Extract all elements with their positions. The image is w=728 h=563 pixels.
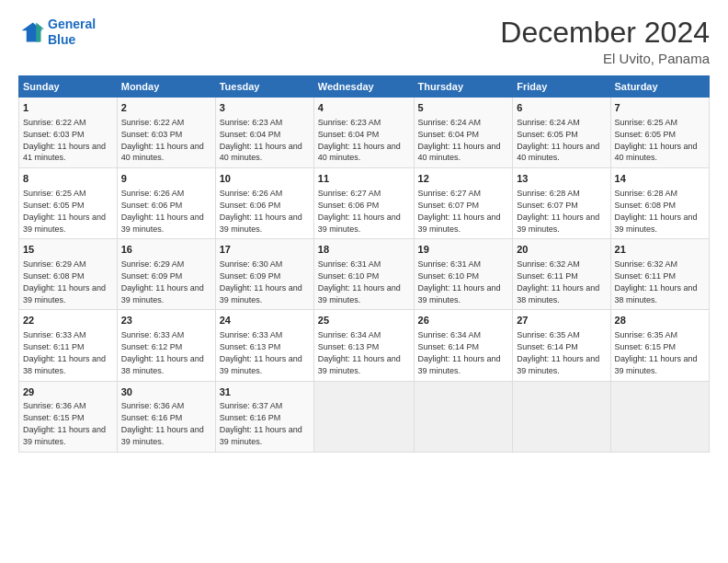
calendar-cell: 1Sunrise: 6:22 AMSunset: 6:03 PMDaylight… xyxy=(19,98,118,168)
day-number: 28 xyxy=(615,314,705,327)
day-info: Sunrise: 6:24 AMSunset: 6:05 PMDaylight:… xyxy=(517,118,599,162)
day-info: Sunrise: 6:31 AMSunset: 6:10 PMDaylight:… xyxy=(318,259,401,304)
day-number: 12 xyxy=(418,172,509,186)
day-number: 8 xyxy=(23,172,113,186)
calendar-cell: 5Sunrise: 6:24 AMSunset: 6:04 PMDaylight… xyxy=(414,98,513,168)
header: General Blue December 2024 El Uvito, Pan… xyxy=(18,17,710,66)
day-number: 9 xyxy=(121,172,211,186)
calendar-cell: 24Sunrise: 6:33 AMSunset: 6:13 PMDayligh… xyxy=(215,310,313,381)
calendar-week-row: 22Sunrise: 6:33 AMSunset: 6:11 PMDayligh… xyxy=(19,310,710,381)
calendar-cell: 18Sunrise: 6:31 AMSunset: 6:10 PMDayligh… xyxy=(313,239,414,310)
calendar-cell: 22Sunrise: 6:33 AMSunset: 6:11 PMDayligh… xyxy=(19,310,118,381)
calendar-cell: 19Sunrise: 6:31 AMSunset: 6:10 PMDayligh… xyxy=(414,239,513,310)
day-info: Sunrise: 6:23 AMSunset: 6:04 PMDaylight:… xyxy=(318,118,401,162)
calendar-cell: 15Sunrise: 6:29 AMSunset: 6:08 PMDayligh… xyxy=(19,239,118,310)
day-number: 7 xyxy=(615,101,705,115)
day-number: 19 xyxy=(418,243,509,257)
day-info: Sunrise: 6:28 AMSunset: 6:07 PMDaylight:… xyxy=(517,189,599,233)
calendar-cell: 31Sunrise: 6:37 AMSunset: 6:16 PMDayligh… xyxy=(215,381,313,452)
day-number: 30 xyxy=(121,385,211,399)
day-number: 22 xyxy=(23,314,113,327)
logo-text: General Blue xyxy=(48,17,96,48)
day-info: Sunrise: 6:34 AMSunset: 6:14 PMDaylight:… xyxy=(418,330,501,374)
day-info: Sunrise: 6:33 AMSunset: 6:11 PMDaylight:… xyxy=(23,330,106,374)
calendar-cell: 7Sunrise: 6:25 AMSunset: 6:05 PMDaylight… xyxy=(610,98,709,168)
page: General Blue December 2024 El Uvito, Pan… xyxy=(0,0,728,563)
calendar-day-header: Friday xyxy=(513,76,610,98)
calendar-week-row: 1Sunrise: 6:22 AMSunset: 6:03 PMDaylight… xyxy=(19,98,710,168)
day-info: Sunrise: 6:36 AMSunset: 6:15 PMDaylight:… xyxy=(23,401,106,445)
day-info: Sunrise: 6:36 AMSunset: 6:16 PMDaylight:… xyxy=(121,401,204,445)
day-info: Sunrise: 6:32 AMSunset: 6:11 PMDaylight:… xyxy=(615,259,698,304)
calendar-cell: 30Sunrise: 6:36 AMSunset: 6:16 PMDayligh… xyxy=(117,381,215,452)
day-info: Sunrise: 6:29 AMSunset: 6:08 PMDaylight:… xyxy=(23,259,106,304)
day-number: 5 xyxy=(418,101,509,115)
calendar-cell: 28Sunrise: 6:35 AMSunset: 6:15 PMDayligh… xyxy=(610,310,709,381)
calendar-body: 1Sunrise: 6:22 AMSunset: 6:03 PMDaylight… xyxy=(19,98,710,452)
day-info: Sunrise: 6:22 AMSunset: 6:03 PMDaylight:… xyxy=(23,118,106,162)
day-number: 21 xyxy=(615,243,705,257)
day-number: 16 xyxy=(121,243,211,257)
day-info: Sunrise: 6:26 AMSunset: 6:06 PMDaylight:… xyxy=(220,189,302,233)
logo-icon xyxy=(18,19,44,45)
day-number: 10 xyxy=(220,172,310,186)
day-info: Sunrise: 6:26 AMSunset: 6:06 PMDaylight:… xyxy=(121,189,204,233)
calendar-cell: 8Sunrise: 6:25 AMSunset: 6:05 PMDaylight… xyxy=(19,168,118,239)
logo: General Blue xyxy=(18,17,96,48)
calendar-cell: 16Sunrise: 6:29 AMSunset: 6:09 PMDayligh… xyxy=(117,239,215,310)
day-info: Sunrise: 6:27 AMSunset: 6:06 PMDaylight:… xyxy=(318,189,401,233)
day-info: Sunrise: 6:33 AMSunset: 6:12 PMDaylight:… xyxy=(121,330,204,374)
day-number: 25 xyxy=(318,314,410,327)
day-info: Sunrise: 6:35 AMSunset: 6:14 PMDaylight:… xyxy=(517,330,599,374)
calendar-cell: 29Sunrise: 6:36 AMSunset: 6:15 PMDayligh… xyxy=(19,381,118,452)
day-number: 13 xyxy=(517,172,606,186)
calendar-day-header: Wednesday xyxy=(313,76,414,98)
calendar-day-header: Saturday xyxy=(610,76,709,98)
main-title: December 2024 xyxy=(500,17,710,49)
day-info: Sunrise: 6:29 AMSunset: 6:09 PMDaylight:… xyxy=(121,259,204,304)
calendar-cell: 11Sunrise: 6:27 AMSunset: 6:06 PMDayligh… xyxy=(313,168,414,239)
calendar-cell: 13Sunrise: 6:28 AMSunset: 6:07 PMDayligh… xyxy=(513,168,610,239)
day-number: 4 xyxy=(318,101,410,115)
calendar-cell: 9Sunrise: 6:26 AMSunset: 6:06 PMDaylight… xyxy=(117,168,215,239)
title-block: December 2024 El Uvito, Panama xyxy=(500,17,710,66)
calendar-cell: 10Sunrise: 6:26 AMSunset: 6:06 PMDayligh… xyxy=(215,168,313,239)
day-info: Sunrise: 6:25 AMSunset: 6:05 PMDaylight:… xyxy=(615,118,698,162)
calendar-cell xyxy=(414,381,513,452)
day-info: Sunrise: 6:32 AMSunset: 6:11 PMDaylight:… xyxy=(517,259,599,304)
day-number: 27 xyxy=(517,314,606,327)
calendar-day-header: Monday xyxy=(117,76,215,98)
day-info: Sunrise: 6:22 AMSunset: 6:03 PMDaylight:… xyxy=(121,118,204,162)
calendar-cell: 4Sunrise: 6:23 AMSunset: 6:04 PMDaylight… xyxy=(313,98,414,168)
calendar-cell: 23Sunrise: 6:33 AMSunset: 6:12 PMDayligh… xyxy=(117,310,215,381)
calendar-cell: 25Sunrise: 6:34 AMSunset: 6:13 PMDayligh… xyxy=(313,310,414,381)
calendar-week-row: 29Sunrise: 6:36 AMSunset: 6:15 PMDayligh… xyxy=(19,381,710,452)
day-number: 23 xyxy=(121,314,211,327)
calendar-day-header: Sunday xyxy=(19,76,118,98)
day-number: 1 xyxy=(23,101,113,115)
day-info: Sunrise: 6:30 AMSunset: 6:09 PMDaylight:… xyxy=(220,259,302,304)
day-info: Sunrise: 6:33 AMSunset: 6:13 PMDaylight:… xyxy=(220,330,302,374)
day-number: 15 xyxy=(23,243,113,257)
calendar-cell: 6Sunrise: 6:24 AMSunset: 6:05 PMDaylight… xyxy=(513,98,610,168)
calendar-cell: 17Sunrise: 6:30 AMSunset: 6:09 PMDayligh… xyxy=(215,239,313,310)
calendar-cell: 21Sunrise: 6:32 AMSunset: 6:11 PMDayligh… xyxy=(610,239,709,310)
logo-line2: Blue xyxy=(48,32,75,47)
day-info: Sunrise: 6:23 AMSunset: 6:04 PMDaylight:… xyxy=(220,118,302,162)
day-number: 29 xyxy=(23,385,113,399)
subtitle: El Uvito, Panama xyxy=(500,51,710,66)
day-number: 11 xyxy=(318,172,410,186)
calendar-table: SundayMondayTuesdayWednesdayThursdayFrid… xyxy=(18,75,710,452)
calendar-week-row: 15Sunrise: 6:29 AMSunset: 6:08 PMDayligh… xyxy=(19,239,710,310)
calendar-cell xyxy=(610,381,709,452)
day-number: 17 xyxy=(220,243,310,257)
day-info: Sunrise: 6:34 AMSunset: 6:13 PMDaylight:… xyxy=(318,330,401,374)
day-info: Sunrise: 6:31 AMSunset: 6:10 PMDaylight:… xyxy=(418,259,501,304)
day-number: 14 xyxy=(615,172,705,186)
calendar-cell: 12Sunrise: 6:27 AMSunset: 6:07 PMDayligh… xyxy=(414,168,513,239)
calendar-cell xyxy=(313,381,414,452)
calendar-cell: 26Sunrise: 6:34 AMSunset: 6:14 PMDayligh… xyxy=(414,310,513,381)
day-number: 2 xyxy=(121,101,211,115)
day-info: Sunrise: 6:28 AMSunset: 6:08 PMDaylight:… xyxy=(615,189,698,233)
day-number: 31 xyxy=(220,385,310,399)
